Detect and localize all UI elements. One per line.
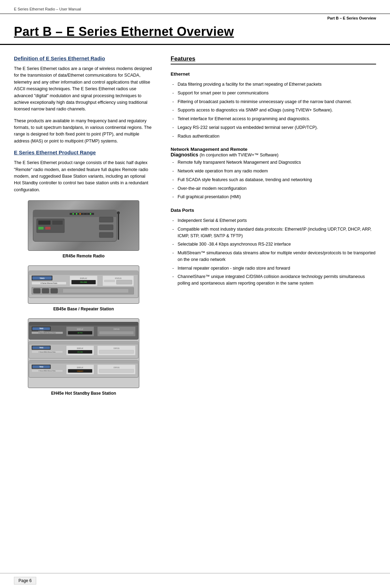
dataports-feature-list: Independent Serial & Ethernet ports Comp… [171,216,376,288]
eb45-svg: TRIO E Series Ethernet Radio DISPLAY ON … [28,267,139,302]
eh45-label: EH45e Hot Standby Base Station [14,391,153,396]
svg-point-14 [76,213,77,215]
eh45-svg: TRIO E SERIES E Series EBHSe Ethernet Ra… [28,320,139,386]
list-item: Telnet interface for Ethernet access to … [171,115,376,123]
svg-point-18 [90,213,91,215]
svg-text:TRIO: TRIO [39,328,44,330]
svg-text:DISPLAY: DISPLAY [77,348,84,349]
nm-section-title: Network Management and Remote Diagnostic… [171,147,376,157]
list-item: MultiStream™ simultaneous data streams a… [171,249,376,264]
svg-text:DISPLAY: DISPLAY [80,278,87,279]
svg-rect-6 [45,227,50,230]
part-label-text: Part B – E Series Overview [327,16,376,20]
er45-device-block: ER45e Remote Radio [14,200,153,258]
product-range-title: E Series Ethernet Product Range [14,149,153,155]
svg-text:ACTIVE: ACTIVE [78,332,83,334]
page-wrapper: E Series Ethernet Radio – User Manual Pa… [0,0,390,588]
svg-text:E Series EBHSe Ethernet Radio: E Series EBHSe Ethernet Radio [39,332,56,334]
svg-rect-8 [99,225,113,230]
part-label-right: Part B – E Series Overview [0,14,390,21]
svg-rect-55 [29,341,138,345]
svg-point-11 [117,211,120,214]
page-number: Page 6 [14,577,36,585]
eb45-image: TRIO E Series Ethernet Radio DISPLAY ON … [28,265,139,304]
svg-rect-33 [116,280,132,284]
svg-rect-4 [52,220,63,225]
svg-point-15 [79,213,81,215]
eh45-image: TRIO E SERIES E Series EBHSe Ethernet Ra… [28,318,139,388]
product-range-para: The E Series Ethernet product range cons… [14,160,153,193]
svg-text:ON LINE: ON LINE [80,281,87,283]
list-item: ChannelShare™ unique integrated C/DSMA c… [171,272,376,288]
page-footer: Page 6 [0,573,390,588]
eb45-device-block: TRIO E Series Ethernet Radio DISPLAY ON … [14,265,153,311]
doc-title-header: E Series Ethernet Radio – User Manual [14,7,81,11]
nm-feature-list: Remote fully transparent Network Managem… [171,158,376,201]
dataports-section-title: Data Ports [171,208,376,213]
svg-rect-83 [99,369,134,373]
svg-point-16 [83,213,84,215]
list-item: Legacy RS-232 serial support via embedde… [171,123,376,132]
top-header: E Series Ethernet Radio – User Manual [0,0,390,14]
list-item: Compatible with most industry standard d… [171,225,376,240]
svg-text:TRIO: TRIO [40,277,45,279]
list-item: Selectable 300 -38.4 Kbps asynchronous R… [171,240,376,249]
svg-point-17 [86,213,88,215]
er45-image [28,200,139,251]
svg-text:DISPLAY: DISPLAY [77,367,84,369]
ethernet-section-title: Ethernet [171,71,376,77]
svg-rect-53 [99,331,134,334]
main-title-bar: Part B – E Series Ethernet Overview [0,21,390,45]
list-item: Radius authentication [171,132,376,141]
svg-rect-68 [99,350,134,354]
list-item: Full graphical presentation (HMI) [171,193,376,201]
list-item: Independent Serial & Ethernet ports [171,216,376,225]
svg-text:E Series EB45e Ethernet Radio: E Series EB45e Ethernet Radio [39,351,56,353]
svg-rect-36 [42,288,49,293]
right-column: Features Ethernet Data filtering providi… [164,55,376,403]
svg-text:E Series Ethernet Radio: E Series Ethernet Radio [41,283,57,284]
definition-title: Definition of E Series Ethernet Radio [14,55,153,61]
svg-text:TRIO: TRIO [39,347,44,349]
svg-rect-32 [104,280,115,282]
svg-text:DISPLAY: DISPLAY [77,328,84,330]
svg-rect-5 [38,227,44,230]
svg-text:TRIO: TRIO [39,366,44,368]
svg-text:STATUS: STATUS [114,348,119,349]
svg-rect-37 [51,288,58,293]
svg-rect-20 [29,271,138,275]
list-item: Support for smart peer to peer communica… [171,89,376,98]
definition-para1: The E Series Ethernet radios are a range… [14,65,153,113]
svg-rect-35 [33,288,40,293]
svg-text:STATUS: STATUS [114,328,119,330]
eb45-label: EB45e Base / Repeater Station [14,307,153,311]
svg-text:STANDBY: STANDBY [77,370,84,372]
list-item: Remote fully transparent Network Managem… [171,158,376,167]
list-item: Internal repeater operation - single rad… [171,264,376,273]
svg-rect-7 [99,217,113,222]
svg-text:ON LINE: ON LINE [77,351,83,353]
content-area: Definition of E Series Ethernet Radio Th… [0,55,390,403]
svg-rect-3 [38,220,50,225]
svg-text:STATUS: STATUS [114,367,119,369]
nm-title-line1: Network Management and Remote [171,147,248,152]
list-item: Filtering of broadcast packets to minimi… [171,98,376,106]
er45-label: ER45e Remote Radio [14,254,153,258]
svg-rect-40 [29,322,138,326]
svg-rect-9 [99,232,113,238]
eh45-device-block: TRIO E SERIES E Series EBHSe Ethernet Ra… [14,318,153,396]
list-item: Full SCADA style features such as databa… [171,176,376,184]
list-item: Network wide operation from any radio mo… [171,167,376,176]
svg-text:STATUS: STATUS [115,278,122,279]
svg-rect-70 [29,360,138,364]
list-item: Supports access to diagnostics via SNMP … [171,106,376,115]
er45-svg [30,203,138,248]
nm-subtitle: (In conjunction with TVIEW+™ Software) [200,153,279,157]
svg-text:E Series EB45e Ethernet Radio: E Series EB45e Ethernet Radio [39,370,56,372]
list-item: Data filtering providing a facility for … [171,80,376,89]
list-item: Over-the-air modem reconfiguration [171,184,376,193]
nm-title-bold: Diagnostics [171,152,198,157]
main-title: Part B – E Series Ethernet Overview [14,24,234,39]
svg-rect-38 [63,289,128,293]
definition-para2: These products are available in many fre… [14,118,153,145]
